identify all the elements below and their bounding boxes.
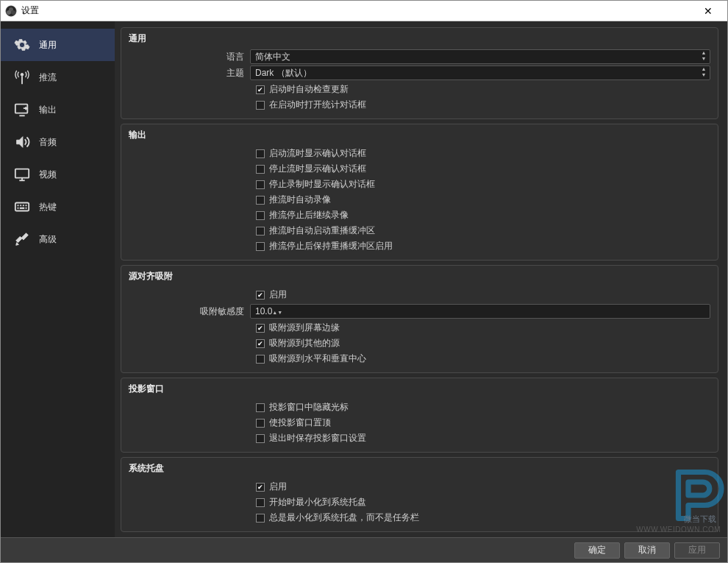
sidebar-item-output[interactable]: 输出 bbox=[1, 93, 115, 126]
check-label: 吸附源到水平和垂直中心 bbox=[269, 353, 366, 365]
sidebar-item-label: 音频 bbox=[39, 136, 57, 149]
checkbox-icon bbox=[256, 165, 265, 174]
row-sensitivity: 吸附敏感度 10.0 ▲▼ bbox=[129, 304, 710, 319]
check-label: 在启动时打开统计对话框 bbox=[269, 99, 366, 111]
check-keep-replay-buffer[interactable]: 推流停止后保持重播缓冲区启用 bbox=[256, 238, 710, 254]
group-title: 输出 bbox=[129, 129, 710, 141]
svg-point-15 bbox=[26, 205, 26, 205]
checkbox-icon bbox=[256, 180, 265, 189]
svg-point-3 bbox=[7, 10, 11, 15]
gear-icon bbox=[13, 35, 32, 54]
check-auto-record[interactable]: 推流时自动录像 bbox=[256, 192, 710, 208]
check-label: 推流时自动启动重播缓冲区 bbox=[269, 224, 375, 237]
check-keep-recording[interactable]: 推流停止后继续录像 bbox=[256, 208, 710, 223]
row-theme: 主题 Dark （默认） ▲▼ bbox=[129, 65, 710, 80]
titlebar: 设置 ✕ bbox=[1, 1, 727, 21]
check-label: 启动流时显示确认对话框 bbox=[269, 147, 366, 160]
select-theme[interactable]: Dark （默认） ▲▼ bbox=[250, 65, 710, 80]
check-label: 推流时自动录像 bbox=[269, 194, 331, 206]
monitor-icon bbox=[13, 165, 32, 184]
check-label: 投影窗口中隐藏光标 bbox=[269, 401, 349, 414]
speaker-icon bbox=[13, 132, 32, 152]
svg-rect-8 bbox=[15, 169, 29, 178]
check-start-min[interactable]: 开始时最小化到系统托盘 bbox=[256, 495, 710, 510]
keyboard-icon bbox=[13, 197, 32, 216]
sidebar-item-label: 输出 bbox=[39, 104, 57, 116]
check-label: 吸附源到其他的源 bbox=[269, 337, 340, 350]
checkbox-icon bbox=[256, 211, 265, 220]
group-title: 系统托盘 bbox=[129, 462, 710, 475]
sidebar-item-label: 推流 bbox=[39, 71, 57, 84]
settings-window: 设置 ✕ 通用 推流 输出 bbox=[0, 0, 728, 563]
select-value: Dark （默认） bbox=[255, 67, 312, 79]
ok-button[interactable]: 确定 bbox=[574, 542, 620, 559]
sidebar: 通用 推流 输出 音频 bbox=[1, 21, 115, 537]
svg-rect-11 bbox=[15, 203, 29, 211]
check-label: 启动时自动检查更新 bbox=[269, 83, 349, 96]
sidebar-item-video[interactable]: 视频 bbox=[1, 158, 115, 191]
body: 通用 推流 输出 音频 bbox=[1, 21, 727, 537]
select-value: 简体中文 bbox=[255, 51, 290, 63]
check-auto-update[interactable]: 启动时自动检查更新 bbox=[256, 82, 710, 97]
checkbox-icon bbox=[256, 242, 265, 251]
main-panel: 通用 语言 简体中文 ▲▼ 主题 Dark （默认） bbox=[115, 21, 727, 537]
chevron-down-icon: ▼ bbox=[699, 57, 708, 63]
checkbox-icon bbox=[256, 434, 265, 443]
svg-point-12 bbox=[18, 205, 18, 205]
sidebar-item-stream[interactable]: 推流 bbox=[1, 61, 115, 93]
svg-point-2 bbox=[11, 10, 15, 15]
check-label: 总是最小化到系统托盘，而不是任务栏 bbox=[269, 511, 419, 524]
checkbox-icon bbox=[256, 196, 265, 205]
label-sensitivity: 吸附敏感度 bbox=[129, 305, 250, 318]
row-language: 语言 简体中文 ▲▼ bbox=[129, 49, 710, 64]
svg-point-4 bbox=[21, 74, 24, 77]
close-button[interactable]: ✕ bbox=[693, 5, 723, 17]
apply-button[interactable]: 应用 bbox=[674, 542, 720, 559]
group-output: 输出 启动流时显示确认对话框 停止流时显示确认对话框 停止录制时显示确认对话框 … bbox=[121, 124, 718, 261]
check-label: 启用 bbox=[269, 481, 287, 493]
svg-point-13 bbox=[20, 205, 21, 205]
group-title: 投影窗口 bbox=[129, 383, 710, 395]
check-on-top[interactable]: 使投影窗口置顶 bbox=[256, 415, 710, 431]
group-tray: 系统托盘 启用 开始时最小化到系统托盘 总是最小化到系统托盘，而不是任务栏 bbox=[121, 457, 718, 532]
tools-icon bbox=[13, 230, 32, 249]
check-snap-center[interactable]: 吸附源到水平和垂直中心 bbox=[256, 351, 710, 367]
btn-label: 确定 bbox=[588, 544, 606, 556]
sidebar-item-label: 热键 bbox=[39, 201, 57, 213]
sidebar-item-hotkeys[interactable]: 热键 bbox=[1, 191, 115, 223]
input-sensitivity[interactable]: 10.0 ▲▼ bbox=[250, 304, 710, 319]
check-open-stats[interactable]: 在启动时打开统计对话框 bbox=[256, 97, 710, 113]
check-label: 退出时保存投影窗口设置 bbox=[269, 432, 366, 445]
checkbox-icon bbox=[256, 339, 265, 348]
check-label: 停止录制时显示确认对话框 bbox=[269, 178, 375, 191]
cancel-button[interactable]: 取消 bbox=[624, 542, 670, 559]
check-label: 推流停止后保持重播缓冲区启用 bbox=[269, 240, 393, 252]
check-snap-screen[interactable]: 吸附源到屏幕边缘 bbox=[256, 320, 710, 336]
sidebar-item-advanced[interactable]: 高级 bbox=[1, 223, 115, 255]
sidebar-item-audio[interactable]: 音频 bbox=[1, 126, 115, 158]
check-label: 启用 bbox=[269, 288, 287, 301]
check-hide-cursor[interactable]: 投影窗口中隐藏光标 bbox=[256, 400, 710, 415]
app-icon bbox=[5, 5, 17, 17]
chevron-down-icon[interactable]: ▼ bbox=[277, 310, 282, 315]
check-auto-replay-buffer[interactable]: 推流时自动启动重播缓冲区 bbox=[256, 223, 710, 238]
btn-label: 取消 bbox=[638, 544, 656, 556]
footer: 确定 取消 应用 bbox=[1, 537, 727, 562]
check-snap-enable[interactable]: 启用 bbox=[256, 287, 710, 302]
check-save-projector[interactable]: 退出时保存投影窗口设置 bbox=[256, 431, 710, 446]
check-snap-other[interactable]: 吸附源到其他的源 bbox=[256, 336, 710, 351]
input-value: 10.0 bbox=[255, 306, 272, 316]
checkbox-icon bbox=[256, 498, 265, 507]
check-always-min[interactable]: 总是最小化到系统托盘，而不是任务栏 bbox=[256, 510, 710, 525]
check-label: 吸附源到屏幕边缘 bbox=[269, 322, 340, 334]
group-projector: 投影窗口 投影窗口中隐藏光标 使投影窗口置顶 退出时保存投影窗口设置 bbox=[121, 378, 718, 453]
check-label: 使投影窗口置顶 bbox=[269, 417, 331, 429]
sidebar-item-general[interactable]: 通用 bbox=[1, 29, 115, 61]
window-title: 设置 bbox=[21, 4, 693, 17]
group-title: 源对齐吸附 bbox=[129, 270, 710, 283]
check-start-stream-confirm[interactable]: 启动流时显示确认对话框 bbox=[256, 146, 710, 161]
check-tray-enable[interactable]: 启用 bbox=[256, 479, 710, 495]
check-stop-record-confirm[interactable]: 停止录制时显示确认对话框 bbox=[256, 177, 710, 192]
check-stop-stream-confirm[interactable]: 停止流时显示确认对话框 bbox=[256, 161, 710, 177]
select-language[interactable]: 简体中文 ▲▼ bbox=[250, 49, 710, 64]
